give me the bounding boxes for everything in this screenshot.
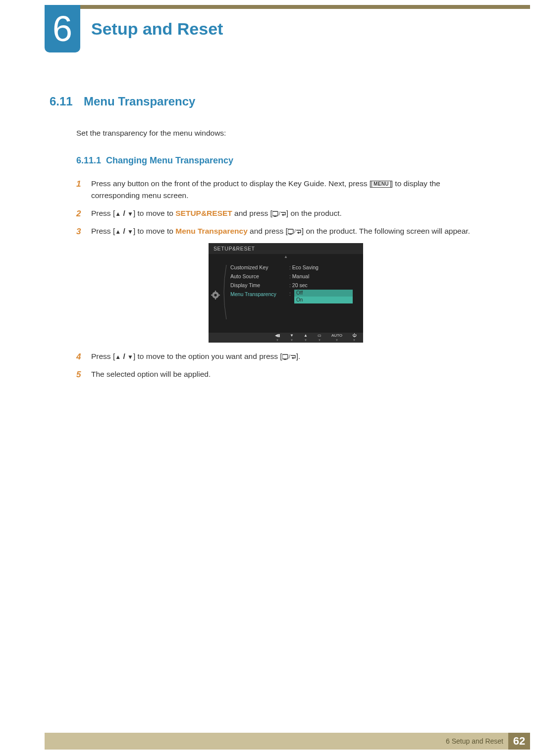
step-text: Press [ (91, 209, 115, 217)
menu-key-icon: MENU (372, 181, 391, 188)
osd-body: Customized Key Auto Source Display Time … (209, 259, 363, 333)
osd-values-column: Eco Saving Manual 20 sec : Off On (287, 263, 357, 320)
footer-chapter-text: 6 Setup and Reset (446, 737, 508, 745)
osd-row-label-highlighted: Menu Transparency (230, 290, 287, 299)
subsection-number: 6.11.1 (76, 155, 101, 165)
osd-curve-decoration (221, 263, 228, 320)
svg-point-7 (214, 294, 216, 296)
gear-icon (211, 291, 220, 300)
enter-source-icon: / (288, 227, 302, 235)
svg-rect-3 (288, 229, 293, 234)
step-text: and press [ (248, 227, 288, 235)
svg-rect-10 (211, 295, 213, 296)
step-3: 3 Press [▲ / ▼] to move to Menu Transpar… (76, 225, 481, 343)
osd-dropdown: : Off On (289, 290, 357, 298)
up-arrow-icon: ▲ (115, 211, 121, 217)
section-number: 6.11 (50, 95, 73, 108)
svg-text:/: / (289, 354, 290, 359)
osd-row-value: Eco Saving (289, 263, 357, 272)
step-5: 5 The selected option will be applied. (76, 368, 481, 380)
section-header: 6.11 Menu Transparency (50, 92, 481, 110)
svg-rect-4 (289, 234, 292, 235)
step-number: 4 (76, 351, 81, 363)
osd-dropdown-option: On (294, 297, 353, 303)
step-text: Press any button on the front of the pro… (91, 179, 372, 188)
svg-rect-11 (218, 295, 220, 296)
steps-list: 1 Press any button on the front of the p… (76, 178, 481, 380)
chapter-number-box: 6 (45, 5, 80, 52)
enter-source-icon: / (282, 352, 296, 360)
up-arrow-icon: ▲ (115, 354, 121, 360)
svg-rect-9 (215, 298, 216, 300)
svg-rect-12 (282, 354, 288, 359)
step-number: 2 (76, 207, 81, 220)
step-4: 4 Press [▲ / ▼] to move to the option yo… (76, 351, 481, 362)
osd-up-icon: ▲▼ (304, 334, 308, 342)
down-arrow-icon: ▼ (127, 354, 133, 360)
svg-text:/: / (294, 229, 296, 234)
step-target: Menu Transparency (175, 227, 248, 235)
osd-down-icon: ▼▼ (290, 334, 294, 342)
page-footer: 6 Setup and Reset 62 (45, 733, 530, 750)
step-text: ] to move to (133, 227, 175, 235)
step-text: ] on the product. The following screen w… (302, 227, 470, 235)
svg-rect-1 (274, 216, 276, 217)
down-arrow-icon: ▼ (127, 229, 133, 235)
chapter-title: Setup and Reset (91, 19, 223, 39)
footer-page-number: 62 (508, 733, 530, 750)
step-text: ] on the product. (286, 209, 342, 217)
enter-source-icon: / (272, 209, 286, 217)
step-number: 5 (76, 368, 81, 381)
step-text: Press [ (91, 227, 115, 235)
svg-rect-8 (215, 291, 216, 292)
osd-labels-column: Customized Key Auto Source Display Time … (228, 263, 287, 320)
subsection-title: Changing Menu Transparency (106, 155, 233, 165)
step-number: 1 (76, 178, 81, 191)
osd-row-label: Display Time (230, 281, 287, 290)
osd-auto-label: AUTO▼ (331, 334, 342, 342)
osd-power-icon: ⏻▼ (352, 334, 356, 342)
osd-screenshot: SETUP&RESET ▲ Customized Key Auto Source… (209, 243, 363, 343)
svg-text:/: / (279, 211, 280, 216)
step-text: ]. (296, 352, 301, 360)
down-arrow-icon: ▼ (127, 211, 133, 217)
step-2: 2 Press [▲ / ▼] to move to SETUP&RESET a… (76, 207, 481, 219)
subsection-header: 6.11.1 Changing Menu Transparency (76, 154, 481, 168)
osd-enter-icon: ▭▼ (318, 334, 321, 342)
page-content: 6.11 Menu Transparency Set the transpare… (0, 52, 535, 380)
osd-footer-keys: ◀▮▼ ▼▼ ▲▼ ▭▼ AUTO▼ ⏻▼ (209, 333, 363, 343)
step-target: SETUP&RESET (175, 209, 232, 217)
osd-scroll-up-icon: ▲ (209, 254, 363, 259)
osd-back-icon: ◀▮▼ (275, 334, 280, 342)
step-1: 1 Press any button on the front of the p… (76, 178, 481, 202)
step-text: and press [ (232, 209, 272, 217)
section-title: Menu Transparency (84, 95, 195, 108)
osd-row-label: Auto Source (230, 272, 287, 281)
step-text: ] to move to (133, 209, 175, 217)
section-intro-text: Set the transparency for the menu window… (76, 127, 481, 139)
osd-row-label: Customized Key (230, 263, 287, 272)
osd-title: SETUP&RESET (209, 243, 363, 254)
osd-category-icon-col (210, 270, 221, 320)
svg-rect-0 (272, 211, 278, 216)
step-text: ] to move to the option you want and pre… (133, 352, 282, 360)
osd-row-value: Manual (289, 272, 357, 281)
svg-rect-13 (284, 359, 286, 360)
chapter-header: 6 Setup and Reset (0, 5, 535, 52)
osd-row-value: 20 sec (289, 281, 357, 290)
step-text: The selected option will be applied. (91, 370, 211, 378)
up-arrow-icon: ▲ (115, 229, 121, 235)
osd-dropdown-option-selected: Off (294, 290, 353, 297)
step-text: Press [ (91, 352, 115, 360)
step-number: 3 (76, 225, 81, 238)
